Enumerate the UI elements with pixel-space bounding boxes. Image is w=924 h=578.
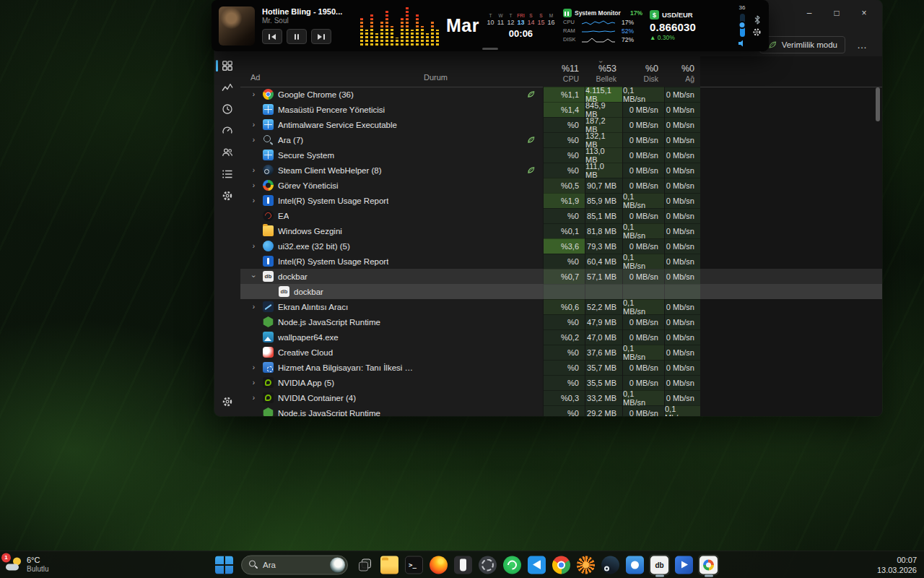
expand-chevron[interactable]: › [249, 181, 258, 189]
column-header-name[interactable]: Ad [250, 73, 260, 82]
previous-track-button[interactable] [262, 29, 282, 44]
vscode-taskbar-button[interactable] [526, 554, 547, 575]
column-header-memory[interactable]: › %53 Bellek [585, 56, 622, 87]
sidebar-item-processes[interactable] [214, 60, 240, 72]
terminal-taskbar-button[interactable] [404, 554, 424, 575]
speaker-icon[interactable] [738, 40, 746, 47]
pause-button[interactable] [287, 29, 307, 44]
firefox-taskbar-button[interactable] [428, 554, 449, 575]
expand-chevron[interactable]: › [249, 363, 258, 371]
efficiency-mode-button[interactable]: Verimlilik modu [759, 36, 845, 53]
table-row[interactable]: › ui32.exe (32 bit) (5) %3,6 79,3 MB 0 M… [240, 238, 882, 254]
sidebar-item-performance[interactable] [214, 82, 240, 93]
expand-chevron[interactable]: › [249, 197, 258, 204]
currency-rate: 0.866030 [650, 21, 713, 33]
name-cell: Node.js JavaScript Runtime [240, 314, 419, 329]
disk-cell: 0 MB/sn [622, 163, 664, 178]
weather-widget[interactable]: 1 6°C Bulutlu [6, 556, 49, 574]
starburst-taskbar-button[interactable] [575, 554, 596, 575]
table-row[interactable]: › Antimalware Service Executable %0 187,… [240, 117, 882, 132]
table-row[interactable]: Windows Gezgini %0,1 81,8 MB 0,1 MB/sn 0… [240, 223, 882, 238]
bluetooth-icon[interactable] [754, 15, 761, 25]
table-row[interactable]: Creative Cloud %0 37,6 MB 0,1 MB/sn 0 Mb… [240, 345, 882, 360]
net-cell: 0 Mb/sn [664, 375, 700, 390]
dockbar-taskbar-button[interactable] [649, 554, 670, 575]
expand-chevron[interactable]: › [249, 90, 258, 98]
table-row[interactable]: Node.js JavaScript Runtime %0 47,9 MB 0 … [240, 314, 882, 329]
settings-button[interactable] [214, 396, 240, 407]
maximize-button[interactable]: □ [823, 3, 850, 23]
process-icon [279, 286, 289, 297]
net-cell: 0,1 Mb/sn [664, 405, 700, 416]
sidebar-item-app-history[interactable] [214, 103, 240, 115]
scrollbar-thumb[interactable] [876, 87, 880, 121]
name-cell: › dockbar [240, 269, 419, 284]
table-row[interactable]: › NVIDIA Container (4) %0,3 33,2 MB 0,1 … [240, 390, 882, 405]
status-cell [419, 314, 543, 329]
steam-taskbar-button[interactable] [600, 554, 621, 575]
process-icon [263, 392, 274, 403]
sidebar-item-users[interactable] [214, 147, 240, 158]
table-row[interactable]: › NVIDIA App (5) %0 35,5 MB 0 MB/sn 0 Mb… [240, 375, 882, 390]
table-row[interactable]: dockbar [240, 284, 882, 299]
task-view-taskbar-button[interactable] [354, 554, 375, 575]
dock-drag-handle[interactable] [482, 48, 498, 50]
volume-slider[interactable] [740, 14, 745, 37]
process-name: wallpaper64.exe [278, 333, 339, 342]
table-row[interactable]: › Görev Yöneticisi %0,5 90,7 MB 0 MB/sn … [240, 178, 882, 193]
disk-cell: 0 MB/sn [622, 405, 664, 416]
system-clock[interactable]: 00:07 13.03.2026 [877, 554, 917, 575]
sidebar-item-details[interactable] [214, 168, 240, 180]
calendar-day: T10 [486, 13, 495, 26]
gear-app-taskbar-button[interactable] [477, 554, 498, 575]
expand-chevron[interactable]: › [250, 272, 258, 281]
table-row[interactable]: › Google Chrome (36) %1,1 4.115,1 MB 0,1… [240, 87, 882, 102]
chrome-taskbar-button[interactable] [551, 554, 572, 575]
minimize-button[interactable]: – [796, 3, 823, 23]
dock-settings-gear-icon[interactable] [752, 27, 762, 37]
column-header-status[interactable]: Durum [424, 73, 448, 82]
status-cell [419, 163, 543, 178]
expand-chevron[interactable]: › [249, 303, 258, 311]
table-row[interactable]: Node.js JavaScript Runtime %0 29,2 MB 0 … [240, 405, 882, 416]
sidebar-item-startup-apps[interactable] [214, 125, 240, 137]
expand-chevron[interactable]: › [249, 379, 258, 387]
table-header: Ad Durum %11 CPU › %53 Bellek %0 Disk %0 [240, 56, 882, 87]
start-button[interactable] [214, 554, 235, 575]
expand-chevron[interactable]: › [249, 166, 258, 174]
cpu-cell: %0,5 [543, 178, 585, 193]
table-row[interactable]: Secure System %0 113,0 MB 0 MB/sn 0 Mb/s… [240, 147, 882, 163]
blue-app-taskbar-button[interactable] [624, 554, 645, 575]
table-row[interactable]: Intel(R) System Usage Report %0 60,4 MB … [240, 254, 882, 269]
column-header-cpu[interactable]: %11 CPU [543, 56, 585, 87]
table-row[interactable]: › Ara (7) %0 132,1 MB 0 MB/sn 0 Mb/sn [240, 132, 882, 147]
task-manager-taskbar-button[interactable] [698, 554, 719, 575]
table-row[interactable]: › Hizmet Ana Bilgisayarı: Tanı İlkesi Hi… [240, 360, 882, 375]
column-header-disk[interactable]: %0 Disk [622, 56, 664, 87]
column-header-network[interactable]: %0 Ağ [664, 56, 700, 87]
table-row[interactable]: › Steam Client WebHelper (8) %0 111,0 MB… [240, 163, 882, 178]
expand-chevron[interactable]: › [249, 242, 258, 250]
close-button[interactable]: × [850, 3, 878, 23]
epic-games-taskbar-button[interactable] [453, 554, 474, 575]
search-box[interactable]: Ara [241, 555, 348, 574]
volume-slider-knob[interactable] [738, 21, 746, 29]
whatsapp-taskbar-button[interactable] [502, 554, 523, 575]
scrollbar[interactable] [876, 57, 880, 413]
expand-chevron[interactable]: › [249, 136, 258, 144]
disk-cell: 0,1 MB/sn [622, 254, 664, 269]
table-row[interactable]: wallpaper64.exe %0,2 47,0 MB 0 MB/sn 0 M… [240, 329, 882, 345]
table-row[interactable]: › Ekran Alıntısı Aracı %0,6 52,2 MB 0,1 … [240, 299, 882, 314]
sidebar-item-services[interactable] [214, 190, 240, 202]
more-options-button[interactable]: … [854, 39, 871, 51]
expand-chevron[interactable]: › [249, 394, 258, 402]
table-row[interactable]: Masaüstü Pencere Yöneticisi %1,4 845,9 M… [240, 102, 882, 117]
table-row[interactable]: EA %0 85,1 MB 0 MB/sn 0 Mb/sn [240, 208, 882, 223]
next-track-button[interactable] [311, 29, 331, 44]
table-row[interactable]: › dockbar %0,7 57,1 MB 0 MB/sn 0 Mb/sn [240, 269, 882, 284]
expand-chevron[interactable]: › [249, 121, 258, 129]
process-name: Node.js JavaScript Runtime [278, 318, 380, 327]
table-row[interactable]: › Intel(R) System Usage Report %1,9 85,9… [240, 193, 882, 208]
file-explorer-taskbar-button[interactable] [379, 554, 400, 575]
photos-taskbar-button[interactable] [674, 554, 694, 575]
